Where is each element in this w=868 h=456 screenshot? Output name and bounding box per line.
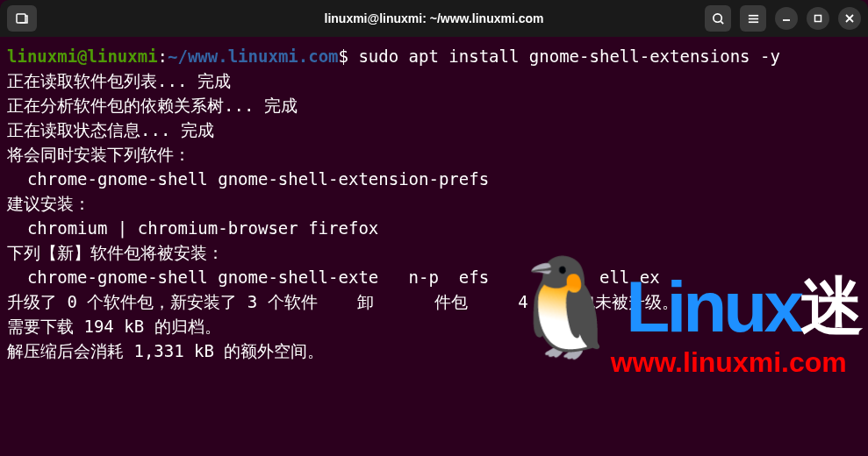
- minimize-button[interactable]: [775, 7, 798, 30]
- output-line: chromium | chromium-browser firefox: [7, 218, 378, 238]
- output-line: 4: [518, 292, 527, 311]
- close-button[interactable]: [838, 7, 861, 30]
- svg-rect-7: [815, 16, 821, 22]
- output-line: 正在读取软件包列表... 完成: [7, 71, 231, 90]
- hamburger-icon: [747, 12, 760, 25]
- titlebar-right: [705, 5, 861, 32]
- command-text: sudo apt install gnome-shell-extensions …: [358, 46, 779, 66]
- output-line: 下列【新】软件包将被安装：: [7, 243, 224, 262]
- prompt-user: linuxmi@linuxmi: [7, 46, 158, 66]
- output-line: 将会同时安装下列软件：: [7, 145, 190, 164]
- output-line: efs: [459, 267, 489, 287]
- window-titlebar: linuxmi@linuxmi: ~/www.linuxmi.com: [0, 0, 868, 37]
- close-icon: [844, 13, 855, 24]
- prompt-sep1: :: [158, 46, 168, 66]
- minimize-icon: [781, 13, 792, 24]
- output-line: 正在分析软件包的依赖关系树... 完成: [7, 96, 298, 115]
- menu-button[interactable]: [740, 5, 766, 32]
- output-line: n-p: [409, 267, 439, 287]
- new-tab-icon: [15, 11, 29, 25]
- svg-rect-0: [17, 14, 25, 23]
- output-line: 卸: [357, 292, 374, 311]
- maximize-button[interactable]: [807, 7, 829, 30]
- terminal-output[interactable]: linuxmi@linuxmi:~/www.linuxmi.com$ sudo …: [0, 37, 868, 370]
- maximize-icon: [813, 13, 823, 24]
- svg-point-1: [713, 13, 721, 21]
- prompt-path: ~/www.linuxmi.com: [168, 46, 338, 66]
- titlebar-left: [7, 5, 37, 32]
- output-line: 件包: [434, 292, 468, 311]
- output-line: chrome-gnome-shell gnome-shell-exte: [7, 267, 378, 287]
- output-line: ell ex: [599, 267, 660, 287]
- search-icon: [712, 12, 725, 25]
- output-line: 建议安装：: [7, 194, 90, 213]
- output-line: 升级了 0 个软件包，新安装了 3 个软件: [7, 292, 318, 311]
- new-tab-button[interactable]: [7, 5, 37, 32]
- output-line: 解压缩后会消耗 1,331 kB 的额外空间。: [7, 341, 324, 360]
- output-line: chrome-gnome-shell gnome-shell-extension…: [7, 169, 489, 189]
- prompt-sep2: $: [339, 46, 359, 66]
- output-line: 包未被升级。: [578, 292, 678, 311]
- svg-line-2: [721, 21, 723, 24]
- window-title: linuxmi@linuxmi: ~/www.linuxmi.com: [324, 11, 543, 25]
- search-button[interactable]: [705, 5, 731, 32]
- output-line: 正在读取状态信息... 完成: [7, 120, 214, 139]
- output-line: 需要下载 194 kB 的归档。: [7, 317, 221, 336]
